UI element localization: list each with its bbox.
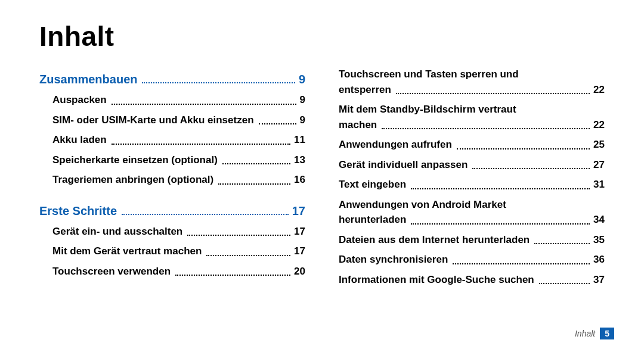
toc-entry: SIM- oder USIM-Karte und Akku einsetzen … (52, 113, 305, 128)
toc-entry: Touchscreen verwenden 20 (52, 264, 305, 279)
leader-dots (122, 214, 289, 215)
entry-page: 22 (593, 82, 605, 98)
toc-entry: Auspacken 9 (52, 92, 305, 108)
entry-page: 17 (294, 224, 305, 239)
leader-dots (206, 255, 290, 256)
toc-entry: Informationen mit Google-Suche suchen 37 (339, 272, 605, 288)
entry-label: Speicherkarte einsetzen (optional) (52, 152, 218, 168)
entry-page: 9 (300, 92, 305, 108)
leader-dots (112, 144, 290, 145)
entry-page: 34 (593, 212, 605, 228)
section-entries: Gerät ein- und ausschalten 17 Mit dem Ge… (39, 219, 305, 279)
entry-page: 36 (593, 252, 605, 267)
toc-column-left: Zusammenbauen 9 Auspacken 9 SIM- oder US… (39, 62, 305, 287)
toc-page: Inhalt Zusammenbauen 9 Auspacken 9 SIM- … (0, 0, 644, 349)
entry-label: Daten synchronisieren (339, 252, 448, 267)
toc-entry: Speicherkarte einsetzen (optional) 13 (52, 152, 305, 168)
section-page: 9 (299, 73, 305, 86)
section-heading: Erste Schritte 17 (39, 204, 305, 218)
toc-entry: Anwendungen aufrufen 25 (339, 137, 605, 152)
leader-dots (539, 283, 590, 284)
leader-dots (142, 82, 295, 83)
toc-entry: Dateien aus dem Internet herunterladen 3… (339, 232, 605, 248)
entry-label: SIM- oder USIM-Karte und Akku einsetzen (52, 113, 254, 128)
toc-entry: Gerät individuell anpassen 27 (339, 157, 605, 173)
toc-entry: Mit dem Gerät vertraut machen 17 (52, 244, 305, 259)
leader-dots (453, 263, 590, 264)
toc-entry: Gerät ein- und ausschalten 17 (52, 224, 305, 239)
leader-dots (175, 275, 290, 276)
leader-dots (457, 148, 590, 149)
entry-page: 31 (593, 177, 605, 192)
entry-label: Informationen mit Google-Suche suchen (339, 272, 534, 288)
entry-label: Dateien aus dem Internet herunterladen (339, 232, 530, 248)
entry-page: 9 (300, 113, 305, 128)
section-entries: Touchscreen und Tasten sperren und entsp… (339, 62, 605, 287)
entry-page: 17 (294, 244, 305, 259)
toc-entry: Text eingeben 31 (339, 177, 605, 192)
leader-dots (534, 243, 590, 244)
entry-label-line2: entsperren (339, 82, 391, 98)
section-label: Erste Schritte (39, 204, 117, 218)
entry-label: Mit dem Gerät vertraut machen (52, 244, 202, 259)
section-entries: Auspacken 9 SIM- oder USIM-Karte und Akk… (39, 88, 305, 188)
entry-label-line1: Mit dem Standby-Bildschirm vertraut (339, 102, 605, 117)
entry-page: 27 (593, 157, 605, 173)
page-title: Inhalt (39, 20, 605, 52)
entry-label: Akku laden (52, 132, 107, 148)
entry-label: Text eingeben (339, 177, 406, 192)
leader-dots (472, 168, 590, 169)
leader-dots (396, 93, 590, 94)
entry-page: 25 (593, 137, 605, 152)
toc-columns: Zusammenbauen 9 Auspacken 9 SIM- oder US… (39, 62, 605, 287)
toc-entry: Touchscreen und Tasten sperren und entsp… (339, 67, 605, 97)
footer-page-number: 5 (600, 328, 614, 339)
entry-label: Trageriemen anbringen (optional) (52, 172, 213, 188)
leader-dots (411, 223, 590, 225)
leader-dots (218, 183, 290, 185)
entry-label-line2: machen (339, 117, 377, 133)
entry-page: 16 (294, 172, 305, 188)
entry-label: Touchscreen verwenden (52, 264, 171, 279)
leader-dots (112, 104, 296, 105)
toc-column-right: Touchscreen und Tasten sperren und entsp… (339, 62, 605, 287)
entry-label-line1: Touchscreen und Tasten sperren und (339, 67, 605, 82)
section-heading: Zusammenbauen 9 (39, 73, 305, 86)
entry-page: 11 (294, 132, 305, 148)
entry-label-line2: herunterladen (339, 212, 406, 228)
entry-page: 37 (593, 272, 605, 288)
toc-entry: Daten synchronisieren 36 (339, 252, 605, 267)
toc-entry: Trageriemen anbringen (optional) 16 (52, 172, 305, 188)
entry-label: Anwendungen aufrufen (339, 137, 452, 152)
entry-page: 13 (294, 152, 305, 168)
section-page: 17 (292, 204, 305, 218)
entry-page: 22 (593, 117, 605, 133)
leader-dots (222, 163, 290, 164)
entry-label: Gerät individuell anpassen (339, 157, 467, 173)
entry-label: Gerät ein- und ausschalten (52, 224, 182, 239)
section-label: Zusammenbauen (39, 73, 137, 86)
footer-label: Inhalt (575, 329, 595, 338)
leader-dots (187, 235, 290, 236)
toc-entry: Mit dem Standby-Bildschirm vertraut mach… (339, 102, 605, 132)
leader-dots (382, 128, 590, 129)
toc-entry: Akku laden 11 (52, 132, 305, 148)
entry-page: 35 (593, 232, 605, 248)
entry-label-line1: Anwendungen von Android Market (339, 197, 605, 213)
entry-page: 20 (294, 264, 305, 279)
leader-dots (259, 123, 296, 124)
page-footer: Inhalt 5 (575, 328, 614, 339)
entry-label: Auspacken (52, 92, 107, 108)
toc-entry: Anwendungen von Android Market herunterl… (339, 197, 605, 228)
leader-dots (411, 188, 590, 189)
